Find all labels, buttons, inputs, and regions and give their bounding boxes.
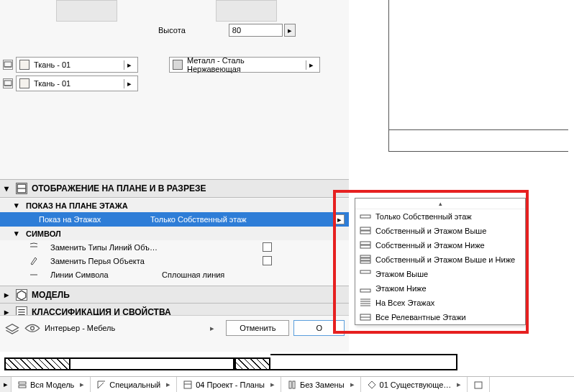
svg-rect-18 (360, 261, 370, 263)
height-input[interactable] (229, 24, 283, 37)
dropdown-arrow-icon: ▸ (124, 60, 135, 70)
floor-icon (360, 240, 371, 250)
tab-separator[interactable]: ▸ (0, 377, 12, 392)
property-label: Заменить Перья Объекта (50, 257, 162, 265)
svg-line-29 (98, 383, 104, 388)
material-picker-steel[interactable]: Металл - Сталь Нержавеющая ▸ (169, 57, 320, 73)
line-icon (29, 270, 50, 280)
layer-name[interactable]: Интерьер - Мебель (45, 324, 206, 332)
tab-no-override[interactable]: Без Замены ▸ (281, 377, 361, 392)
preview-slot-2[interactable] (216, 0, 277, 22)
tab-arrow-icon: ▸ (270, 380, 275, 389)
canvas-line (388, 129, 568, 130)
tab-arrow-icon: ▸ (166, 380, 170, 389)
layers-icon[interactable] (4, 322, 20, 334)
tab-special[interactable]: Специальный ▸ (91, 377, 177, 392)
tab-arrow-icon: ▸ (457, 380, 461, 389)
svg-rect-20 (360, 289, 370, 292)
subsection-title: СИМВОЛ (26, 229, 61, 238)
svg-rect-28 (19, 386, 26, 388)
floor-icon (360, 211, 371, 222)
property-label: Линии Символа (50, 270, 162, 279)
section-header-display[interactable]: ▾ ОТОБРАЖЕНИЕ НА ПЛАНЕ И В РАЗРЕЗЕ (0, 179, 349, 198)
dropdown-item-label: Собственный и Этажом Выше (375, 227, 486, 235)
display-section-icon (16, 183, 27, 194)
dropdown-item-own-above[interactable]: Собственный и Этажом Выше (355, 224, 525, 238)
svg-rect-19 (360, 270, 370, 273)
height-row: Высота ▸ (158, 24, 296, 37)
svg-rect-0 (4, 62, 12, 67)
dropdown-item-own-below[interactable]: Собственный и Этажом Ниже (355, 238, 525, 252)
subsection-title: ПОКАЗ НА ПЛАНЕ ЭТАЖА (26, 201, 128, 210)
material-row-fabric-2: Ткань - 01 ▸ (3, 75, 138, 92)
subsection-header-plan[interactable]: ▾ ПОКАЗ НА ПЛАНЕ ЭТАЖА (0, 199, 349, 212)
svg-rect-33 (293, 381, 295, 388)
material-picker-fabric-1[interactable]: Ткань - 01 ▸ (16, 57, 138, 73)
layer-dropdown-arrow-icon[interactable]: ▸ (210, 324, 214, 333)
tab-label: 04 Проект - Планы (196, 380, 265, 389)
section-title: ОТОБРАЖЕНИЕ НА ПЛАНЕ И В РАЗРЕЗЕ (32, 183, 206, 193)
hatch-segment (4, 357, 69, 370)
svg-rect-16 (360, 255, 370, 257)
dropdown-item-own-only[interactable]: Только Собственный этаж (355, 209, 525, 224)
layers-icon (17, 380, 27, 390)
scale-icon (96, 380, 106, 390)
dropdown-item-all[interactable]: На Всех Этажах (355, 296, 525, 310)
hatch-segment (234, 357, 270, 370)
tab-project-plans[interactable]: 04 Проект - Планы ▸ (177, 377, 281, 392)
properties-panel: Высота ▸ Ткань - 01 ▸ Ткань - 01 ▸ (0, 0, 349, 392)
floor-icon (360, 312, 371, 322)
section-header-model[interactable]: ▸ МОДЕЛЬ (0, 286, 349, 304)
dropdown-arrow-icon: ▸ (124, 79, 135, 88)
dropdown-item-relevant[interactable]: Все Релевантные Этажи (355, 310, 525, 324)
property-row-line-types[interactable]: Заменить Типы Линий Объ… (0, 240, 349, 254)
property-label: Показ на Этажах (39, 215, 150, 224)
svg-rect-11 (360, 215, 370, 218)
override-checkbox[interactable] (263, 256, 272, 265)
override-checkbox[interactable] (263, 242, 272, 252)
dropdown-open-icon[interactable]: ▸ (334, 214, 345, 224)
property-value: Только Собственный этаж (150, 215, 334, 224)
height-stepper[interactable]: ▸ (284, 24, 296, 37)
svg-rect-2 (4, 81, 12, 86)
property-row-floor-display[interactable]: Показ на Этажах Только Собственный этаж … (0, 212, 349, 227)
material-name: Ткань - 01 (34, 60, 76, 69)
material-name: Металл - Сталь Нержавеющая (187, 56, 306, 73)
material-swatch (19, 78, 29, 88)
svg-rect-13 (360, 231, 370, 234)
eye-icon[interactable] (24, 322, 40, 334)
cancel-button[interactable]: Отменить (226, 320, 289, 336)
canvas-line (388, 0, 389, 144)
dropdown-item-label: Только Собственный этаж (375, 212, 472, 221)
dropdown-item-above[interactable]: Этажом Выше (355, 267, 525, 281)
tab-arrow-icon: ▸ (350, 380, 355, 389)
dropdown-item-below[interactable]: Этажом Ниже (355, 281, 525, 296)
material-swatch (19, 60, 29, 70)
ok-button[interactable]: О (293, 320, 345, 336)
dropdown-item-label: Этажом Ниже (375, 284, 427, 293)
preview-slot-1[interactable] (56, 0, 117, 22)
floor-icon (360, 255, 371, 265)
tab-more[interactable] (468, 377, 490, 392)
material-picker-fabric-2[interactable]: Ткань - 01 ▸ (16, 76, 138, 91)
tab-label: Без Замены (300, 380, 345, 389)
wall-segment (270, 354, 457, 370)
tab-all-model[interactable]: Вся Модель ▸ (12, 377, 91, 392)
scroll-up-icon[interactable]: ▴ (355, 199, 525, 209)
height-label: Высота (158, 26, 186, 35)
collapse-toggle-icon: ▾ (14, 229, 20, 238)
collapse-toggle-icon: ▾ (14, 201, 20, 210)
top-section: Высота ▸ Ткань - 01 ▸ Ткань - 01 ▸ (0, 0, 349, 94)
subsection-header-symbol[interactable]: ▾ СИМВОЛ (0, 227, 349, 240)
material-row-steel: Металл - Сталь Нержавеющая ▸ (169, 56, 320, 73)
tab-existing[interactable]: 01 Существующе… ▸ (361, 377, 468, 392)
property-row-pens[interactable]: Заменить Перья Объекта (0, 254, 349, 268)
property-row-symbol-lines[interactable]: Линии Символа Сплошная линия (0, 268, 349, 281)
surface-icon (3, 60, 13, 70)
floor-display-dropdown: ▴ Только Собственный этаж Собственный и … (355, 198, 526, 325)
property-label: Заменить Типы Линий Объ… (50, 243, 162, 252)
dropdown-item-label: Этажом Выше (375, 270, 428, 278)
property-value: Сплошная линия (162, 270, 263, 279)
dropdown-item-own-above-below[interactable]: Собственный и Этажом Выше и Ниже (355, 252, 525, 267)
tab-label: Вся Модель (30, 380, 74, 389)
